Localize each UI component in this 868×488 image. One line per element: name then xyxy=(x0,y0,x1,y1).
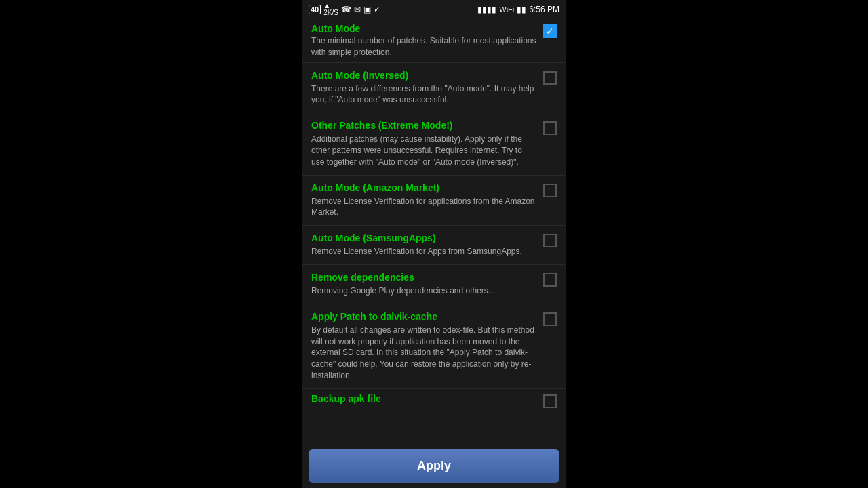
samsungapps-content: Auto Mode (SamsungApps) Remove License V… xyxy=(311,232,543,258)
status-bar-left: 40 ▲ 2K/S ☎ ✉ ▣ ✓ xyxy=(309,3,380,16)
amazon-market-title: Auto Mode (Amazon Market) xyxy=(311,182,536,193)
signal-icon: ▮▮▮▮ xyxy=(477,5,496,14)
apply-button-container: Apply xyxy=(302,444,566,488)
options-list: Auto Mode The minimal number of patches.… xyxy=(302,19,566,411)
whatsapp-icon: ☎ xyxy=(341,5,351,14)
network-speed: ▲ 2K/S xyxy=(323,3,338,16)
extreme-mode-title: Other Patches (Extreme Mode!) xyxy=(311,120,536,131)
samsungapps-title: Auto Mode (SamsungApps) xyxy=(311,232,536,243)
extreme-mode-checkbox[interactable] xyxy=(543,121,557,135)
amazon-market-desc: Remove License Verification for applicat… xyxy=(311,196,536,219)
amazon-market-content: Auto Mode (Amazon Market) Remove License… xyxy=(311,182,543,219)
option-dalvik-cache: Apply Patch to dalvik-cache By default a… xyxy=(302,304,566,389)
checkmark-icon: ✓ xyxy=(546,26,554,37)
backup-apk-title: Backup apk file xyxy=(311,393,536,404)
time-display: 6:56 PM xyxy=(529,5,559,14)
option-extreme-mode: Other Patches (Extreme Mode!) Additional… xyxy=(302,113,566,175)
option-amazon-market: Auto Mode (Amazon Market) Remove License… xyxy=(302,176,566,226)
auto-mode-title: Auto Mode xyxy=(311,23,536,34)
wifi-icon: WiFi xyxy=(499,5,514,14)
auto-mode-checkbox[interactable]: ✓ xyxy=(543,24,557,38)
option-remove-dependencies: Remove dependencies Removing Google Play… xyxy=(302,265,566,304)
screen-icon: ▣ xyxy=(363,5,371,14)
auto-mode-inversed-checkbox[interactable] xyxy=(543,71,557,85)
extreme-mode-desc: Additional patches (may cause instabilit… xyxy=(311,134,536,167)
amazon-market-checkbox[interactable] xyxy=(543,184,557,197)
phone-frame: 40 ▲ 2K/S ☎ ✉ ▣ ✓ ▮▮▮▮ WiFi ▮▮ 6:56 PM A… xyxy=(302,0,566,488)
auto-mode-inversed-content: Auto Mode (Inversed) There are a few dif… xyxy=(311,70,543,106)
option-auto-mode-partial: Auto Mode The minimal number of patches.… xyxy=(302,19,566,63)
dalvik-cache-title: Apply Patch to dalvik-cache xyxy=(311,311,536,322)
check-icon: ✓ xyxy=(374,5,380,14)
backup-apk-content: Backup apk file xyxy=(311,393,543,407)
remove-dependencies-title: Remove dependencies xyxy=(311,272,536,283)
option-backup-apk-partial: Backup apk file xyxy=(302,389,566,411)
remove-dependencies-desc: Removing Google Play dependencies and ot… xyxy=(311,285,536,297)
dalvik-cache-desc: By default all changes are written to od… xyxy=(311,325,536,382)
battery-icon: ▮▮ xyxy=(517,5,526,14)
network-type-icon: 40 xyxy=(309,5,321,14)
inbox-icon: ✉ xyxy=(354,5,361,14)
status-bar: 40 ▲ 2K/S ☎ ✉ ▣ ✓ ▮▮▮▮ WiFi ▮▮ 6:56 PM xyxy=(302,0,566,19)
remove-dependencies-content: Remove dependencies Removing Google Play… xyxy=(311,272,543,297)
backup-apk-checkbox[interactable] xyxy=(543,394,557,408)
option-auto-mode-inversed: Auto Mode (Inversed) There are a few dif… xyxy=(302,63,566,114)
dalvik-cache-content: Apply Patch to dalvik-cache By default a… xyxy=(311,311,543,382)
extreme-mode-content: Other Patches (Extreme Mode!) Additional… xyxy=(311,120,543,167)
auto-mode-inversed-desc: There are a few differences from the "Au… xyxy=(311,83,536,106)
apply-button[interactable]: Apply xyxy=(309,449,559,483)
auto-mode-desc: The minimal number of patches. Suitable … xyxy=(311,35,536,58)
status-bar-right: ▮▮▮▮ WiFi ▮▮ 6:56 PM xyxy=(477,5,559,14)
dalvik-cache-checkbox[interactable] xyxy=(543,312,557,326)
samsungapps-checkbox[interactable] xyxy=(543,234,557,247)
auto-mode-inversed-title: Auto Mode (Inversed) xyxy=(311,70,536,81)
options-scroll-area[interactable]: Auto Mode The minimal number of patches.… xyxy=(302,19,566,444)
remove-dependencies-checkbox[interactable] xyxy=(543,273,557,287)
samsungapps-desc: Remove License Verification for Apps fro… xyxy=(311,246,536,258)
option-samsungapps: Auto Mode (SamsungApps) Remove License V… xyxy=(302,226,566,265)
